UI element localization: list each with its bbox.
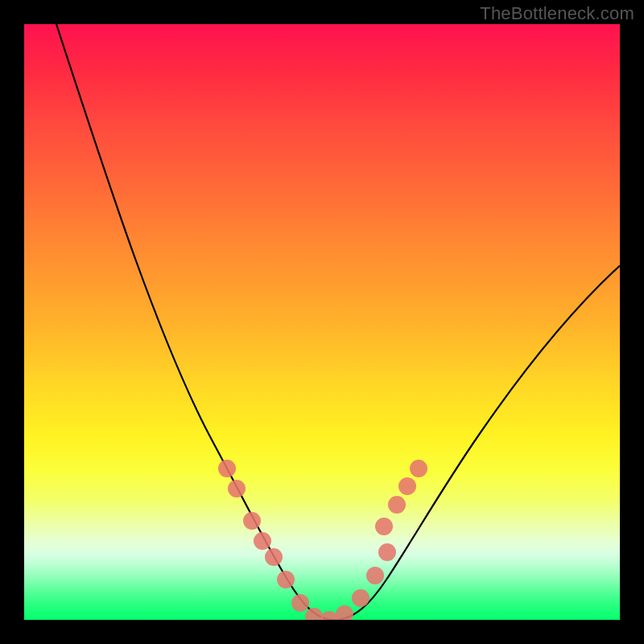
plot-area [24, 24, 620, 620]
watermark-text: TheBottleneck.com [480, 3, 634, 24]
marker-dot [243, 512, 261, 530]
marker-dot [336, 605, 353, 620]
marker-dot [254, 532, 271, 550]
marker-dot [375, 518, 393, 535]
marker-dot [320, 611, 338, 620]
marker-dot [398, 477, 416, 495]
marker-dot [228, 480, 246, 497]
chart-frame: TheBottleneck.com [0, 0, 644, 644]
marker-dot [388, 496, 406, 514]
marker-dot [291, 594, 309, 612]
marker-dot [277, 571, 295, 588]
marker-dot [305, 608, 323, 620]
marker-dot [410, 460, 427, 477]
marker-dot [265, 548, 283, 566]
marker-dot [352, 589, 369, 607]
marker-dot [366, 567, 384, 584]
marker-dot [378, 543, 396, 561]
marker-dot [218, 460, 236, 477]
bottleneck-curve-svg [24, 24, 620, 620]
bottleneck-curve [56, 24, 620, 620]
